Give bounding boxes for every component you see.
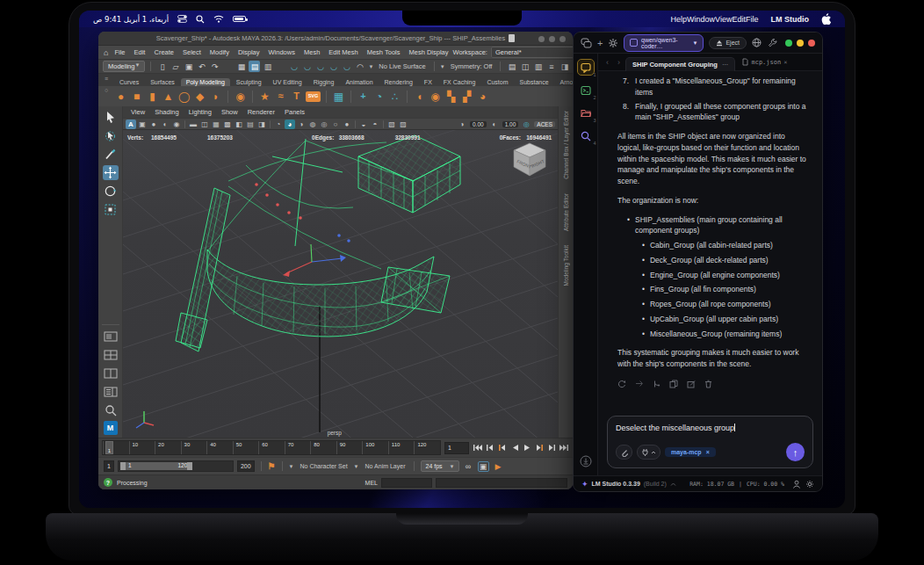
regenerate-icon[interactable] <box>617 380 626 388</box>
chevron-down-icon[interactable]: ▼ <box>368 64 373 69</box>
menubar-menu-item[interactable]: View <box>715 15 732 24</box>
lock-camera-icon[interactable]: ▣ <box>137 120 148 129</box>
sidebar-developer-icon[interactable]: 2 <box>578 83 594 98</box>
quads-icon[interactable]: ▚ <box>444 90 458 104</box>
range-end-handle[interactable] <box>187 462 192 470</box>
chats-panel-icon[interactable] <box>581 38 592 48</box>
window-control-zoom[interactable] <box>559 36 566 42</box>
character-set-field[interactable]: No Character Set <box>298 463 350 469</box>
gamma-field[interactable]: 1.00 <box>502 121 519 127</box>
chat-input-box[interactable]: Deselect the miscellaneous group <box>607 416 813 468</box>
discover-globe-icon[interactable] <box>752 38 762 47</box>
home-icon[interactable]: ⌂ <box>104 48 108 57</box>
sidebar-models-folder-icon[interactable]: 3 <box>578 105 594 120</box>
command-result-field[interactable] <box>436 478 567 488</box>
snap-curve-icon[interactable]: ▤ <box>249 61 260 72</box>
maya-titlebar[interactable]: Scavenger_Ship* - Autodesk MAYA 2026.3: … <box>98 32 573 46</box>
panel-menu-item[interactable]: Show <box>221 108 238 116</box>
magnet-off-icon[interactable]: ◠ <box>354 61 365 72</box>
chat-tab[interactable]: SHIP Component Grouping ⋯ <box>625 57 735 71</box>
panel-menu-item[interactable]: View <box>131 108 145 116</box>
new-chat-button[interactable]: + <box>597 38 603 48</box>
chevron-down-icon[interactable]: ▼ <box>354 464 359 469</box>
side-tab[interactable]: Channel Box / Layer Editor <box>563 111 569 179</box>
new-scene-icon[interactable]: ▯ <box>156 61 168 72</box>
maya-menu-item[interactable]: File <box>110 48 129 56</box>
maya-menu-item[interactable]: Modify <box>206 48 234 56</box>
branch-icon[interactable] <box>653 380 661 388</box>
spotlight-search-icon[interactable] <box>196 15 205 24</box>
step-back-frame-button[interactable] <box>485 443 495 453</box>
wifi-icon[interactable] <box>213 15 224 23</box>
app-version[interactable]: LM Studio 0.3.39 <box>592 481 640 487</box>
poly-torus-icon[interactable]: ◯ <box>177 90 191 104</box>
move-tool[interactable] <box>103 165 119 180</box>
crease-icon[interactable]: ◖ <box>413 90 426 104</box>
shelf-tab[interactable]: FX <box>419 78 437 86</box>
bridge-icon[interactable]: ▞ <box>460 90 473 104</box>
redo-icon[interactable]: ↷ <box>209 61 220 72</box>
ik-handle-icon[interactable]: ◔ <box>372 90 386 104</box>
bookmark-icon[interactable]: ◐ <box>160 120 170 129</box>
settings-gear-icon[interactable] <box>805 480 814 489</box>
menubar-clock[interactable]: أربعاء، 1 أبريل 9:41 ص <box>93 15 169 24</box>
range-slider[interactable]: 1 120 <box>118 460 234 472</box>
tag-close-icon[interactable]: × <box>706 449 710 455</box>
exposure-field[interactable]: 0.00 <box>470 121 487 127</box>
shelf-tab[interactable]: Poly Modeling <box>181 78 230 86</box>
grid-toggle-icon[interactable]: ▦ <box>211 120 221 129</box>
panel-menu-item[interactable]: Lighting <box>189 108 212 116</box>
user-account-icon[interactable] <box>792 480 801 489</box>
shelf-tab[interactable]: Animation <box>340 78 378 86</box>
mcp-json-tab[interactable]: mcp.json × <box>737 58 792 66</box>
retopo-icon[interactable]: ◉ <box>429 90 442 104</box>
shelf-menu-icon[interactable]: ≡ <box>105 76 108 82</box>
anim-prefs-button[interactable]: ▶ <box>493 461 504 472</box>
lasso-select-tool[interactable] <box>103 128 119 143</box>
shelf-tab[interactable]: Rendering <box>379 78 418 86</box>
colorspace-badge[interactable]: ACES <box>534 121 555 127</box>
chevron-up-icon[interactable] <box>670 482 676 486</box>
window-control-minimize[interactable] <box>549 36 555 42</box>
save-scene-icon[interactable]: ▣ <box>183 61 194 72</box>
shelf-tab[interactable]: Custom <box>481 78 513 86</box>
battery-icon[interactable] <box>233 16 246 22</box>
platonic-solid-icon[interactable]: ◉ <box>234 90 247 104</box>
scale-tool[interactable] <box>103 202 119 217</box>
shelf-gear-icon[interactable]: ○ <box>105 87 108 93</box>
set-key-icon[interactable]: ⚑ <box>268 461 276 471</box>
maya-menu-item[interactable]: Edit Mesh <box>324 48 362 56</box>
live-surface-field[interactable]: No Live Surface <box>376 62 428 70</box>
developer-wrench-icon[interactable] <box>768 38 777 47</box>
shelf-tab[interactable]: Rigging <box>308 78 340 86</box>
panel-menu-item[interactable]: Renderer <box>248 108 275 116</box>
zoom-tool[interactable] <box>103 402 119 417</box>
window-control-close[interactable] <box>538 36 545 42</box>
menubar-menu-item[interactable]: Help <box>671 15 688 24</box>
quad-draw-icon[interactable]: ★ <box>258 90 271 104</box>
eject-model-button[interactable]: Eject <box>709 37 747 49</box>
select-tool[interactable] <box>103 110 119 125</box>
maya-menu-item[interactable]: Mesh <box>300 48 324 56</box>
step-back-key-button[interactable] <box>497 443 508 453</box>
settings-gear-icon[interactable] <box>608 38 618 48</box>
layout-four-pane-button[interactable] <box>103 347 119 362</box>
chevron-down-icon[interactable]: ▼ <box>440 64 445 69</box>
control-center-icon[interactable] <box>177 15 187 23</box>
snap-grid-icon[interactable]: ▦ <box>235 61 247 72</box>
anim-layer-field[interactable]: No Anim Layer <box>363 463 408 469</box>
poly-plane-icon[interactable]: ◆ <box>193 90 206 104</box>
maya-menu-item[interactable]: Mesh Display <box>404 48 452 56</box>
attach-file-button[interactable] <box>616 445 632 460</box>
open-scene-icon[interactable]: ▱ <box>170 61 181 72</box>
image-plane-icon[interactable]: ◉ <box>171 120 182 129</box>
current-frame-marker[interactable]: 1 <box>105 441 113 454</box>
chevron-down-icon[interactable]: ▼ <box>289 464 294 469</box>
window-control-close[interactable] <box>808 40 815 47</box>
shaded-icon[interactable]: ◕ <box>285 120 295 129</box>
animation-start-field[interactable]: 1 <box>104 460 114 472</box>
mcp-plug-button[interactable] <box>637 445 661 460</box>
paint-select-tool[interactable] <box>103 147 119 162</box>
outputs-icon[interactable]: ◫ <box>519 61 531 72</box>
render-settings-icon[interactable]: ◨ <box>559 61 570 72</box>
